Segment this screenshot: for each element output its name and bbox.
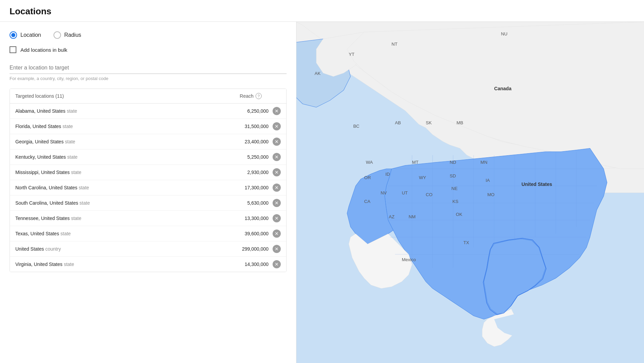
svg-text:MN: MN: [480, 160, 487, 165]
remove-button[interactable]: ✕: [273, 107, 281, 115]
row-location-type: state: [64, 262, 74, 267]
row-location-name: Georgia, United States: [15, 139, 64, 144]
row-reach: 31,500,000: [231, 124, 269, 129]
svg-text:NM: NM: [409, 214, 415, 219]
reach-info-icon[interactable]: ?: [256, 93, 262, 99]
svg-text:SK: SK: [426, 120, 432, 125]
svg-text:MB: MB: [457, 120, 463, 125]
location-hint: For example, a country, city, region, or…: [10, 76, 287, 81]
row-location-type: state: [79, 185, 89, 190]
map-panel: AK YT NT NU Canada BC AB SK MB WA OR CA: [296, 22, 644, 363]
svg-text:AB: AB: [395, 120, 401, 125]
table-row: Texas, United States state 39,600,000 ✕: [10, 226, 286, 241]
table-row: Virginia, United States state 14,300,000…: [10, 257, 286, 272]
row-reach: 17,300,000: [231, 185, 269, 190]
remove-button[interactable]: ✕: [273, 122, 281, 130]
svg-text:NT: NT: [392, 42, 397, 47]
row-reach: 299,000,000: [231, 246, 269, 252]
remove-button[interactable]: ✕: [273, 245, 281, 253]
row-reach: 14,300,000: [231, 262, 269, 267]
svg-text:NV: NV: [381, 190, 387, 195]
row-location-name: Kentucky, United States: [15, 154, 66, 160]
svg-text:YT: YT: [349, 52, 355, 57]
svg-text:WA: WA: [366, 160, 373, 165]
svg-text:IA: IA: [486, 178, 490, 183]
remove-button[interactable]: ✕: [273, 138, 281, 146]
svg-text:WY: WY: [419, 175, 426, 180]
svg-text:CO: CO: [426, 192, 432, 197]
svg-text:AZ: AZ: [389, 214, 395, 219]
svg-text:NU: NU: [501, 31, 507, 36]
radio-radius-circle: [53, 31, 61, 39]
bulk-checkbox-label: Add locations in bulk: [20, 47, 67, 53]
row-location-type: state: [79, 200, 90, 206]
row-location: Tennessee, United States state: [15, 216, 231, 221]
svg-text:ND: ND: [450, 160, 456, 165]
svg-text:BC: BC: [353, 124, 359, 129]
radio-radius-label: Radius: [64, 32, 81, 38]
row-location-type: state: [71, 170, 81, 175]
svg-text:AK: AK: [315, 71, 321, 76]
radio-location[interactable]: Location: [10, 31, 41, 39]
radio-location-label: Location: [20, 32, 41, 38]
svg-text:KS: KS: [453, 199, 459, 204]
map-svg: AK YT NT NU Canada BC AB SK MB WA OR CA: [296, 22, 644, 363]
row-location-name: North Carolina, United States: [15, 185, 77, 190]
svg-text:OR: OR: [364, 175, 371, 180]
row-reach: 13,300,000: [231, 216, 269, 221]
row-reach: 39,600,000: [231, 231, 269, 236]
location-input[interactable]: [10, 62, 287, 74]
row-location: Virginia, United States state: [15, 262, 231, 267]
row-location-type: state: [67, 108, 77, 114]
remove-button[interactable]: ✕: [273, 199, 281, 207]
table-row: Tennessee, United States state 13,300,00…: [10, 211, 286, 226]
page-header: Locations: [0, 0, 644, 22]
row-location-type: state: [67, 154, 77, 160]
svg-text:MT: MT: [412, 160, 418, 165]
table-row: Florida, United States state 31,500,000 …: [10, 119, 286, 134]
remove-button[interactable]: ✕: [273, 184, 281, 192]
row-location: United States country: [15, 246, 231, 252]
remove-button[interactable]: ✕: [273, 153, 281, 161]
svg-text:Mexico: Mexico: [402, 257, 416, 262]
row-location-type: country: [45, 246, 61, 252]
row-location: South Carolina, United States state: [15, 200, 231, 206]
remove-button[interactable]: ✕: [273, 168, 281, 176]
table-row: North Carolina, United States state 17,3…: [10, 180, 286, 195]
row-location-name: South Carolina, United States: [15, 200, 78, 206]
row-location: Georgia, United States state: [15, 139, 231, 144]
radio-radius[interactable]: Radius: [53, 31, 81, 39]
bulk-checkbox[interactable]: [10, 46, 16, 53]
row-location-type: state: [60, 231, 71, 236]
remove-button[interactable]: ✕: [273, 214, 281, 222]
radio-group: Location Radius: [10, 31, 287, 39]
location-input-wrapper: [10, 62, 287, 74]
radio-location-circle: [10, 31, 17, 39]
row-location: Mississippi, United States state: [15, 170, 231, 175]
row-location: Florida, United States state: [15, 124, 231, 129]
row-location-name: Florida, United States: [15, 124, 61, 129]
svg-text:OK: OK: [456, 212, 462, 217]
table-header-reach: Reach ?: [240, 93, 262, 99]
svg-text:Canada: Canada: [494, 86, 511, 91]
row-reach: 2,930,000: [231, 170, 269, 175]
remove-button[interactable]: ✕: [273, 260, 281, 268]
row-location-type: state: [71, 216, 81, 221]
svg-text:ID: ID: [385, 172, 390, 177]
svg-text:UT: UT: [402, 190, 408, 195]
row-location-type: state: [63, 124, 73, 129]
row-reach: 5,250,000: [231, 154, 269, 160]
table-header-locations: Targeted locations (11): [15, 93, 240, 99]
locations-table: Targeted locations (11) Reach ? Alabama,…: [10, 89, 287, 272]
remove-button[interactable]: ✕: [273, 230, 281, 238]
row-location-type: state: [65, 139, 75, 144]
svg-text:MO: MO: [487, 192, 494, 197]
table-header-row: Targeted locations (11) Reach ?: [10, 89, 286, 104]
row-reach: 23,400,000: [231, 139, 269, 144]
svg-text:NE: NE: [451, 186, 458, 191]
table-row: Georgia, United States state 23,400,000 …: [10, 134, 286, 149]
table-row: United States country 299,000,000 ✕: [10, 241, 286, 257]
reach-label: Reach: [240, 93, 254, 99]
row-location-name: Virginia, United States: [15, 262, 62, 267]
left-panel: Location Radius Add locations in bulk Fo…: [0, 22, 296, 363]
